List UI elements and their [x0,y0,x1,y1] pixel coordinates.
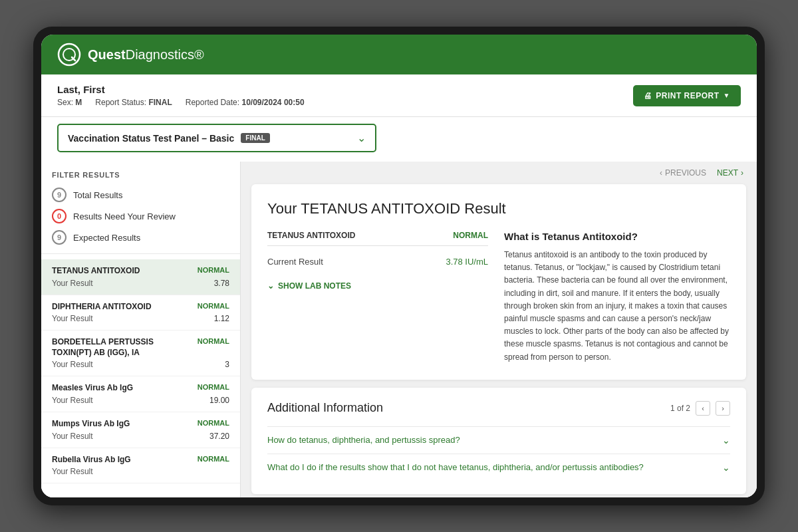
result-card-body: TETANUS ANTITOXOID NORMAL Current Result… [267,231,730,364]
patient-info: Last, First Sex: M Report Status: FINAL … [57,84,305,107]
result-table-row: Current Result 3.78 IU/mL [267,253,488,271]
patient-bar: Last, First Sex: M Report Status: FINAL … [41,74,757,117]
additional-header: Additional Information 1 of 2 ‹ › [267,401,730,416]
faq-item-1[interactable]: How do tetanus, diphtheria, and pertussi… [267,426,730,454]
panel-dropdown[interactable]: Vaccination Status Test Panel – Basic FI… [57,124,376,152]
quest-logo-icon [57,43,81,66]
test-status-col: NORMAL [453,231,488,240]
needs-review-label: Results Need Your Review [73,211,176,221]
filter-label: FILTER RESULTS [41,162,240,184]
screen: QuestDiagnostics® Last, First Sex: M Rep… [41,35,757,497]
right-panel: ‹ PREVIOUS NEXT › Your TETANUS ANTITOXOI… [241,162,757,497]
panel-selector-area: Vaccination Status Test Panel – Basic FI… [41,117,757,162]
panel-name: Vaccination Status Test Panel – Basic [68,133,234,144]
print-report-button[interactable]: 🖨 PRINT REPORT ▼ [633,85,741,106]
filter-total-results[interactable]: 9 Total Results [41,184,240,205]
svg-point-0 [59,44,80,65]
pagination-next-button[interactable]: › [716,401,730,416]
header-bar: QuestDiagnostics® [41,35,757,74]
current-result-value: 3.78 IU/mL [446,257,488,267]
result-card-left: TETANUS ANTITOXOID NORMAL Current Result… [267,231,488,364]
filter-needs-review[interactable]: 0 Results Need Your Review [41,205,240,227]
faq-question-2: What do I do if the results show that I … [267,462,722,472]
sidebar-divider [41,253,240,254]
filter-expected-results[interactable]: 9 Expected Results [41,227,240,248]
final-badge: FINAL [241,133,269,143]
previous-button[interactable]: ‹ PREVIOUS [660,168,706,178]
faq-question-1: How do tetanus, diphtheria, and pertussi… [267,435,722,445]
chevron-right-icon: › [741,168,743,178]
faq-chevron-2-icon: ⌄ [722,462,730,473]
show-lab-notes-button[interactable]: ⌄ SHOW LAB NOTES [267,281,351,291]
panel-dropdown-chevron-icon: ⌄ [357,132,366,144]
sidebar: FILTER RESULTS 9 Total Results 0 Results… [41,162,241,497]
result-item-rubella[interactable]: Rubella Virus Ab IgG NORMAL Your Result [41,448,240,484]
patient-sex: Sex: M [57,98,82,107]
print-chevron-icon: ▼ [724,92,730,99]
result-detail-title: Your TETANUS ANTITOXOID Result [267,200,730,217]
result-item-diphtheria[interactable]: DIPHTHERIA ANTITOXOID NORMAL Your Result… [41,295,240,331]
logo-text: QuestDiagnostics® [88,47,204,63]
patient-date: Reported Date: 10/09/2024 00:50 [186,98,305,107]
result-item-mumps[interactable]: Mumps Virus Ab IgG NORMAL Your Result 37… [41,412,240,448]
main-content: FILTER RESULTS 9 Total Results 0 Results… [41,162,757,497]
logo-area: QuestDiagnostics® [57,43,204,66]
device-frame: QuestDiagnostics® Last, First Sex: M Rep… [33,27,765,505]
test-name-col: TETANUS ANTITOXOID [267,231,355,240]
next-button[interactable]: NEXT › [717,168,743,178]
pagination-prev-button[interactable]: ‹ [696,401,710,416]
chevron-left-icon: ‹ [660,168,662,178]
result-table-header: TETANUS ANTITOXOID NORMAL [267,231,488,246]
total-results-badge: 9 [52,188,66,202]
total-results-label: Total Results [73,190,122,200]
result-item-bordetella[interactable]: BORDETELLA PERTUSSIS TOXIN(PT) AB (IGG),… [41,331,240,376]
patient-meta: Sex: M Report Status: FINAL Reported Dat… [57,98,305,107]
chevron-down-small-icon: ⌄ [267,281,274,291]
expected-results-label: Expected Results [73,233,140,243]
additional-title: Additional Information [267,401,383,415]
nav-bar: ‹ PREVIOUS NEXT › [241,162,757,184]
faq-chevron-1-icon: ⌄ [722,435,730,446]
expected-results-badge: 9 [52,230,66,245]
what-is-title: What is Tetanus Antitoxoid? [504,231,730,242]
what-is-box: What is Tetanus Antitoxoid? Tetanus anti… [504,231,730,364]
patient-name: Last, First [57,84,305,95]
additional-info-card: Additional Information 1 of 2 ‹ › How do… [251,388,746,494]
what-is-text: Tetanus antitoxoid is an antibody to the… [504,249,730,364]
faq-item-2[interactable]: What do I do if the results show that I … [267,454,730,481]
result-detail-card: Your TETANUS ANTITOXOID Result TETANUS A… [251,184,746,380]
pagination: 1 of 2 ‹ › [670,401,730,416]
result-item-measles[interactable]: Measles Virus Ab IgG NORMAL Your Result … [41,376,240,412]
pagination-label: 1 of 2 [670,404,690,413]
panel-dropdown-text: Vaccination Status Test Panel – Basic FI… [68,133,270,144]
current-result-label: Current Result [267,257,323,267]
patient-status: Report Status: FINAL [95,98,172,107]
result-item-tetanus[interactable]: TETANUS ANTITOXOID NORMAL Your Result 3.… [41,259,240,295]
needs-review-badge: 0 [52,209,66,223]
printer-icon: 🖨 [644,91,652,100]
